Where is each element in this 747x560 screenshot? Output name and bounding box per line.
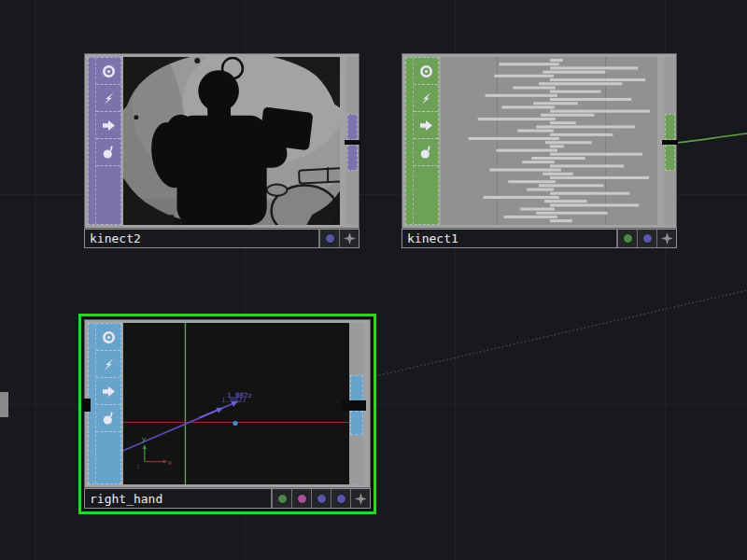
flag-badge[interactable] — [272, 489, 291, 508]
top-output-connector[interactable] — [347, 145, 358, 171]
flag-badge[interactable] — [319, 230, 339, 247]
plus-icon[interactable] — [656, 230, 676, 247]
sop-output-connector[interactable] — [350, 411, 363, 435]
flag-badge[interactable] — [617, 230, 637, 247]
geometry-viewport[interactable]: 1.002z 1.002z y x z — [123, 323, 349, 484]
chop-output-wire[interactable] — [675, 133, 747, 143]
output-notch[interactable] — [342, 400, 366, 411]
reference-dashed-wire[interactable] — [375, 290, 747, 376]
vector-value-label-2: 1.002z — [221, 396, 247, 404]
bomb-icon[interactable] — [96, 405, 120, 432]
output-strip — [664, 57, 676, 225]
flag-dot — [297, 494, 307, 504]
top-output-connector[interactable] — [347, 114, 358, 140]
axis-x-label: x — [168, 459, 173, 468]
lightning-icon[interactable] — [96, 351, 120, 378]
output-strip — [349, 323, 364, 484]
bomb-icon[interactable] — [96, 139, 120, 166]
flag-dot — [317, 494, 327, 504]
arrow-icon[interactable] — [414, 112, 438, 139]
arrow-icon[interactable] — [96, 112, 120, 139]
sidebar-strip — [89, 58, 96, 224]
node-flag-sidebar — [88, 57, 121, 225]
chop-output-connector[interactable] — [665, 145, 675, 171]
sidebar-strip — [406, 58, 414, 224]
chop-bars-svg — [441, 57, 657, 225]
node-flag-sidebar — [405, 57, 439, 225]
viewer-target-icon[interactable] — [96, 324, 120, 351]
lightning-icon[interactable] — [96, 85, 120, 112]
axis-y-label: y — [142, 435, 147, 443]
flag-badge[interactable] — [331, 489, 350, 508]
node-kinect2[interactable]: kinect2 — [84, 53, 359, 248]
flag-dot — [623, 233, 633, 244]
flag-badge[interactable] — [637, 230, 656, 247]
input-connector[interactable] — [82, 399, 91, 412]
chop-channel-viewer[interactable] — [441, 57, 657, 225]
output-strip — [346, 57, 359, 225]
node-kinect1[interactable]: kinect1 — [402, 53, 677, 248]
flag-badge[interactable] — [291, 489, 311, 508]
bomb-icon[interactable] — [414, 139, 438, 166]
axis-z-label: z — [136, 463, 140, 470]
point-marker — [233, 421, 237, 426]
node-flag-sidebar — [88, 323, 121, 484]
node-name-right-hand[interactable]: right_hand — [85, 489, 272, 508]
chop-output-connector[interactable] — [665, 114, 675, 140]
viewer-target-icon[interactable] — [414, 58, 438, 85]
node-name-kinect1[interactable]: kinect1 — [402, 230, 617, 247]
depth-image-viewer[interactable] — [123, 57, 340, 225]
flag-badge[interactable] — [311, 489, 331, 508]
output-notch[interactable] — [662, 140, 678, 145]
node-name-kinect2[interactable]: kinect2 — [85, 230, 319, 247]
flag-dot — [336, 494, 346, 504]
viewport-svg: 1.002z 1.002z y x z — [123, 323, 349, 484]
depth-image — [123, 57, 340, 225]
output-notch[interactable] — [345, 140, 360, 145]
node-right-hand[interactable]: 1.002z 1.002z y x z — [84, 319, 371, 509]
lightning-icon[interactable] — [414, 85, 438, 112]
viewer-target-icon[interactable] — [96, 58, 120, 85]
selection-border: 1.002z 1.002z y x z — [78, 314, 376, 514]
flag-dot — [277, 494, 288, 504]
sop-output-connector[interactable] — [350, 375, 363, 401]
plus-icon[interactable] — [350, 489, 370, 508]
flag-dot — [325, 233, 335, 244]
arrow-icon[interactable] — [96, 378, 120, 405]
plus-icon[interactable] — [339, 230, 359, 247]
flag-dot — [642, 233, 653, 244]
